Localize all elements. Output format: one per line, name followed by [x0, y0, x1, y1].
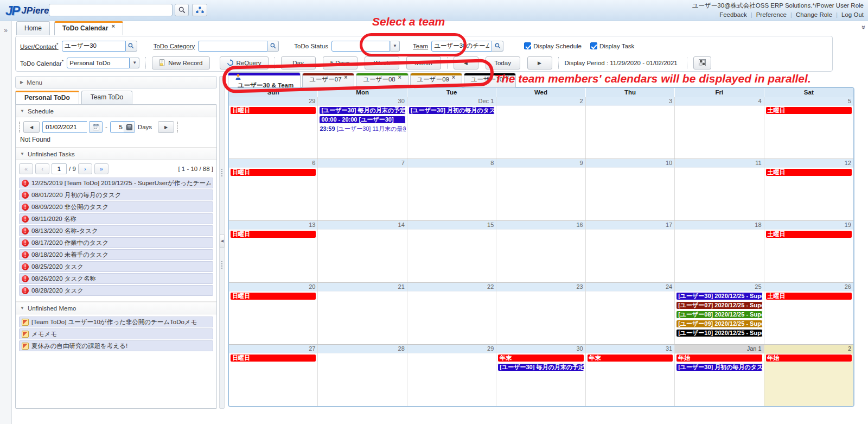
- next-period-button[interactable]: ▶: [527, 56, 552, 69]
- calendar-day-cell[interactable]: 9: [496, 159, 585, 220]
- collapse-all-icon[interactable]: «: [859, 26, 867, 29]
- event-banner[interactable]: [ユーザー07] 2020/12/25 - SuperUs: [676, 301, 762, 309]
- calendar-day-cell[interactable]: 25[ユーザー30] 2020/12/25 - SuperUs[ユーザー07] …: [675, 283, 764, 344]
- task-list-item[interactable]: !08/13/2020 名称-タスク: [19, 225, 213, 236]
- new-record-button[interactable]: New Record: [152, 56, 209, 69]
- calendar-day-cell[interactable]: 29日曜日: [229, 97, 318, 159]
- task-list-item[interactable]: !08/26/2020 タスク名称: [19, 273, 213, 284]
- calendar-day-cell[interactable]: 3: [586, 97, 675, 159]
- task-list-item[interactable]: !08/25/2020 タスク: [19, 261, 213, 272]
- view-button[interactable]: 5 Days: [323, 56, 358, 69]
- calendar-day-cell[interactable]: 6日曜日: [229, 159, 318, 220]
- topbar-link[interactable]: Preference: [756, 11, 787, 18]
- event-banner[interactable]: [ユーザー30] 2020/12/25 - SuperUs: [676, 292, 762, 300]
- sidebar-tab[interactable]: Personal ToDo: [15, 91, 79, 105]
- calendar-day-cell[interactable]: Dec 1[ユーザー30] 月初の毎月のタスク: [407, 97, 496, 159]
- last-page-button[interactable]: »: [94, 163, 108, 174]
- todo-calendar-dropdown-icon[interactable]: ▼: [130, 58, 139, 68]
- calendar-member-tab[interactable]: ユーザー08×: [356, 73, 408, 87]
- calendar-day-cell[interactable]: 19土曜日: [764, 221, 853, 282]
- calendar-day-cell[interactable]: 17: [586, 221, 675, 282]
- close-tab-icon[interactable]: ×: [344, 74, 348, 80]
- calendar-member-tab[interactable]: ユーザー10×: [464, 73, 516, 87]
- event-banner[interactable]: 日曜日: [230, 106, 316, 115]
- calculator-button[interactable]: [124, 122, 135, 132]
- first-page-button[interactable]: «: [19, 163, 33, 174]
- task-list-item[interactable]: !08/09/2020 非公開のタスク: [19, 201, 213, 212]
- task-list-item[interactable]: !08/11/2020 名称: [19, 213, 213, 224]
- expand-panel-icon[interactable]: »: [0, 27, 11, 34]
- todo-status-dropdown-icon[interactable]: ▼: [390, 41, 400, 52]
- calendar-day-cell[interactable]: 10: [586, 159, 675, 220]
- window-tab[interactable]: Home: [16, 21, 50, 35]
- sidebar-tab[interactable]: Team ToDo: [81, 91, 132, 105]
- memo-list-item[interactable]: [Team ToDo] ユーザー10が作った非公開のチームToDoメモ: [19, 317, 213, 327]
- calendar-day-cell[interactable]: Jan 1年始[ユーザー30] 月初の毎月のタスク: [675, 345, 764, 406]
- calendar-member-tab[interactable]: ユーザー09×: [410, 73, 462, 87]
- close-tab-icon[interactable]: ×: [506, 74, 509, 80]
- schedule-next-button[interactable]: ▶: [158, 121, 174, 133]
- calendar-day-cell[interactable]: 24: [586, 283, 675, 344]
- event-banner[interactable]: 年始: [676, 354, 762, 362]
- today-button[interactable]: Today: [486, 56, 520, 69]
- event-banner[interactable]: 00:00 - 20:00 [ユーザー30]: [319, 116, 405, 124]
- event-banner[interactable]: 土曜日: [765, 230, 852, 238]
- view-button[interactable]: Month: [406, 56, 441, 69]
- event-banner[interactable]: [ユーザー08] 2020/12/25 - SuperUs: [676, 311, 762, 319]
- requery-button[interactable]: ReQuery: [220, 56, 269, 69]
- calendar-day-cell[interactable]: 30年末[ユーザー30] 毎月の月末の予定: [496, 345, 585, 406]
- schedule-date-input[interactable]: [42, 121, 87, 133]
- sitemap-button[interactable]: [192, 4, 207, 16]
- todo-calendar-select[interactable]: [67, 58, 130, 68]
- calendar-day-cell[interactable]: 15: [407, 221, 496, 282]
- event-banner[interactable]: 日曜日: [230, 230, 316, 238]
- task-list-item[interactable]: !08/01/2020 月初の毎月のタスク: [19, 189, 213, 200]
- calendar-day-cell[interactable]: 2年始: [764, 345, 853, 406]
- calendar-day-cell[interactable]: 18: [675, 221, 764, 282]
- calendar-day-cell[interactable]: 5土曜日: [764, 97, 853, 159]
- event-banner[interactable]: [ユーザー09] 2020/12/25 - SuperUs: [676, 320, 762, 328]
- topbar-link[interactable]: Feedback: [719, 11, 747, 18]
- calendar-member-tab[interactable]: ユーザー30 & Team: [228, 72, 301, 87]
- calendar-day-cell[interactable]: 28: [318, 345, 407, 406]
- event-banner[interactable]: 土曜日: [765, 168, 852, 176]
- calendar-day-cell[interactable]: 20日曜日: [229, 283, 318, 344]
- topbar-link[interactable]: Change Role: [796, 11, 832, 18]
- calendar-day-cell[interactable]: 2: [496, 97, 585, 159]
- next-page-button[interactable]: ›: [78, 163, 92, 174]
- page-number-input[interactable]: [52, 163, 67, 174]
- todo-category-lookup-button[interactable]: [267, 41, 279, 52]
- layout-toggle-button[interactable]: [693, 56, 711, 69]
- global-search-input[interactable]: [49, 4, 173, 16]
- schedule-prev-button[interactable]: ◀: [23, 121, 40, 133]
- view-button[interactable]: Week: [365, 56, 399, 69]
- task-list-item[interactable]: !08/17/2020 作業中のタスク: [19, 237, 213, 248]
- event-banner[interactable]: 年末: [497, 354, 584, 362]
- event-banner[interactable]: 年末: [587, 354, 673, 362]
- user-contact-lookup-button[interactable]: [126, 41, 137, 52]
- calendar-member-tab[interactable]: ユーザー07×: [302, 73, 354, 87]
- memo-list-item[interactable]: メモメモ: [19, 328, 213, 339]
- event-banner[interactable]: [ユーザー30] 毎月の月末の予定: [497, 363, 584, 371]
- task-list-item[interactable]: !08/18/2020 未着手のタスク: [19, 249, 213, 260]
- calendar-day-cell[interactable]: 29: [407, 345, 496, 406]
- event-banner[interactable]: 日曜日: [230, 292, 316, 300]
- calendar-day-cell[interactable]: 7: [318, 159, 407, 220]
- event-banner[interactable]: [ユーザー30] 毎月の月末の予定: [319, 106, 405, 115]
- event-banner[interactable]: 土曜日: [765, 292, 852, 300]
- calendar-day-cell[interactable]: 13日曜日: [229, 221, 318, 282]
- calendar-picker-button[interactable]: [90, 121, 103, 133]
- collapse-sidebar-button[interactable]: ◀: [220, 234, 225, 248]
- topbar-link[interactable]: Log Out: [841, 11, 864, 18]
- close-tab-icon[interactable]: ×: [398, 74, 401, 80]
- previous-period-button[interactable]: ◀: [454, 56, 478, 69]
- event-banner[interactable]: [ユーザー10] 2020/12/25 - SuperUs: [676, 329, 762, 337]
- panel-splitter[interactable]: ◀: [219, 76, 225, 409]
- user-contact-input[interactable]: [62, 41, 126, 52]
- calendar-day-cell[interactable]: 16: [496, 221, 585, 282]
- menu-collapsible-header[interactable]: ▶ Menu: [15, 76, 217, 88]
- calendar-day-cell[interactable]: 27日曜日: [229, 345, 318, 406]
- search-button[interactable]: [175, 4, 189, 16]
- calendar-day-cell[interactable]: 30[ユーザー30] 毎月の月末の予定00:00 - 20:00 [ユーザー30…: [318, 97, 407, 159]
- team-lookup-button[interactable]: [492, 41, 503, 52]
